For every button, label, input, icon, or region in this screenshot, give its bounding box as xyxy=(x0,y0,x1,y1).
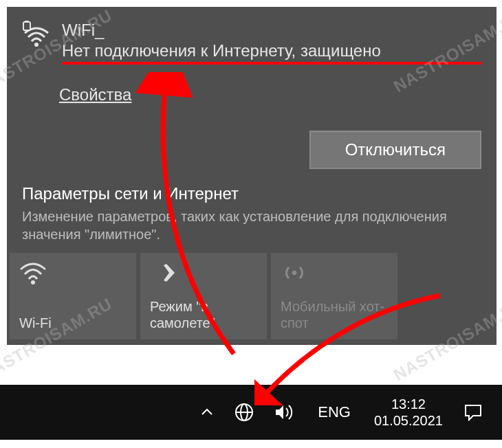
disconnect-row: Отключиться xyxy=(22,131,481,169)
settings-description: Изменение параметров, таких как установл… xyxy=(22,208,481,243)
wifi-secured-icon xyxy=(22,21,51,49)
clock-date: 01.05.2021 xyxy=(374,412,443,429)
action-center-icon[interactable] xyxy=(454,385,492,440)
tile-wifi[interactable]: Wi-Fi xyxy=(10,253,136,339)
clock-time: 13:12 xyxy=(374,396,443,412)
tray-overflow-chevron[interactable] xyxy=(190,385,224,440)
hotspot-icon xyxy=(281,261,388,289)
clock[interactable]: 13:12 01.05.2021 xyxy=(363,396,454,429)
network-settings-header[interactable]: Параметры сети и Интернет Изменение пара… xyxy=(7,179,496,250)
network-flyout: WiFi_ Нет подключения к Интернету, защищ… xyxy=(7,7,496,345)
volume-icon[interactable] xyxy=(264,385,305,440)
language-indicator[interactable]: ENG xyxy=(305,403,363,421)
tile-wifi-label: Wi-Fi xyxy=(19,315,127,331)
wifi-icon xyxy=(19,261,127,289)
network-text: WiFi_ Нет подключения к Интернету, защищ… xyxy=(62,21,481,65)
svg-point-3 xyxy=(292,271,296,275)
properties-link[interactable]: Свойства xyxy=(59,85,131,104)
disconnect-button[interactable]: Отключиться xyxy=(309,131,481,169)
settings-title: Параметры сети и Интернет xyxy=(22,184,481,203)
annotation-underline xyxy=(62,62,481,65)
svg-point-2 xyxy=(31,280,35,284)
tile-airplane-mode[interactable]: Режим "в самолете" xyxy=(140,253,267,339)
network-status: Нет подключения к Интернету, защищено xyxy=(62,41,481,60)
network-globe-icon[interactable] xyxy=(224,385,264,440)
current-network-block: WiFi_ Нет подключения к Интернету, защищ… xyxy=(7,7,496,179)
network-ssid: WiFi_ xyxy=(62,21,481,40)
quick-action-tiles: Wi-Fi Режим "в самолете" Мобильный хот-с… xyxy=(7,250,496,345)
tile-airplane-label: Режим "в самолете" xyxy=(150,298,257,331)
tile-hotspot-label: Мобильный хот-спот xyxy=(281,298,388,331)
tile-mobile-hotspot[interactable]: Мобильный хот-спот xyxy=(271,253,397,339)
taskbar: ENG 13:12 01.05.2021 xyxy=(0,385,502,440)
svg-point-0 xyxy=(34,43,39,47)
network-header: WiFi_ Нет подключения к Интернету, защищ… xyxy=(22,21,481,65)
svg-rect-1 xyxy=(23,22,30,30)
airplane-icon xyxy=(150,261,257,289)
